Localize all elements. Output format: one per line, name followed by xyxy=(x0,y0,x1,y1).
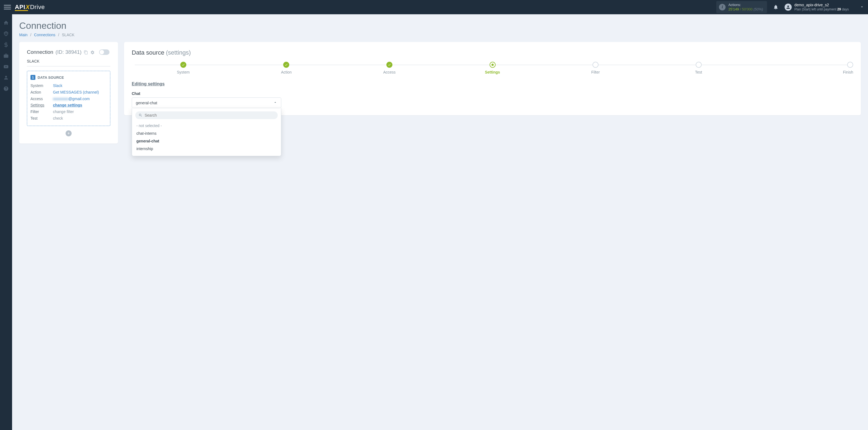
step-label: Finish xyxy=(750,70,853,74)
settings-card: Data source (settings) SystemActionAcces… xyxy=(124,42,861,115)
dropdown-option[interactable]: internship xyxy=(135,145,278,153)
breadcrumb-current: SLACK xyxy=(62,33,75,37)
chat-field-label: Chat xyxy=(132,91,853,96)
step-finish[interactable]: Finish xyxy=(750,62,853,74)
data-source-box[interactable]: 1 DATA SOURCE SystemSlack ActionGet MESS… xyxy=(27,71,110,126)
dollar-icon[interactable] xyxy=(3,42,9,48)
stepper: SystemActionAccessSettingsFilterTestFini… xyxy=(132,62,853,74)
svg-point-2 xyxy=(7,33,8,34)
settings-subtitle: (settings) xyxy=(166,49,191,56)
gear-icon[interactable] xyxy=(90,50,95,54)
connections-icon[interactable] xyxy=(3,31,9,37)
help-icon[interactable] xyxy=(3,86,9,92)
plan-status: Plan |Start| left until payment 29 days xyxy=(795,7,849,12)
sidebar xyxy=(0,14,12,430)
avatar-icon xyxy=(784,4,792,11)
chevron-down-icon[interactable] xyxy=(849,5,864,10)
breadcrumb-connections[interactable]: Connections xyxy=(34,33,56,37)
settings-title: Data source xyxy=(132,49,164,56)
ds-system-link[interactable]: Slack xyxy=(53,83,62,89)
search-icon xyxy=(138,113,143,117)
step-test[interactable]: Test xyxy=(647,62,750,74)
ds-action-link[interactable]: Get MESSAGES (channel) xyxy=(53,89,99,96)
step-system[interactable]: System xyxy=(132,62,235,74)
breadcrumb: Main / Connections / SLACK xyxy=(19,33,861,37)
home-icon[interactable] xyxy=(3,20,9,26)
svg-point-0 xyxy=(5,32,6,32)
bell-icon[interactable] xyxy=(773,4,779,10)
chat-select-value: general-chat xyxy=(136,101,157,105)
dropdown-option[interactable]: chat-interns xyxy=(135,129,278,137)
user-icon[interactable] xyxy=(3,74,9,81)
main-content: Connection Main / Connections / SLACK Co… xyxy=(12,14,868,430)
step-label: System xyxy=(132,70,235,74)
step-label: Test xyxy=(647,70,750,74)
connection-name: SLACK xyxy=(27,59,110,66)
chat-select[interactable]: general-chat xyxy=(132,97,281,108)
step-label: Access xyxy=(338,70,441,74)
user-menu[interactable]: demo_apix-drive_s2 Plan |Start| left unt… xyxy=(784,2,849,12)
actions-label: Actions: xyxy=(728,3,763,7)
step-settings[interactable]: Settings xyxy=(441,62,544,74)
dropdown-option[interactable]: - not selected - xyxy=(135,122,278,129)
chat-dropdown: - not selected -chat-internsgeneral-chat… xyxy=(132,108,281,156)
menu-icon[interactable] xyxy=(4,4,11,11)
breadcrumb-main[interactable]: Main xyxy=(19,33,27,37)
connection-id: (ID: 38941) xyxy=(56,49,82,55)
info-icon: i xyxy=(719,4,725,10)
svg-point-3 xyxy=(5,35,6,36)
data-source-title: DATA SOURCE xyxy=(38,75,64,80)
step-label: Settings xyxy=(441,70,544,74)
step-action[interactable]: Action xyxy=(235,62,338,74)
ds-settings-link[interactable]: change settings xyxy=(53,102,82,109)
dropdown-search[interactable] xyxy=(135,112,278,119)
topbar: APIXDrive i Actions: 25'149 / 50'000 (50… xyxy=(0,0,868,14)
copy-icon[interactable] xyxy=(84,50,88,54)
dropdown-search-input[interactable] xyxy=(145,113,274,118)
dropdown-option[interactable]: general-chat xyxy=(135,137,278,145)
connection-card-title: Connection xyxy=(27,49,53,55)
step-filter[interactable]: Filter xyxy=(544,62,647,74)
step-access[interactable]: Access xyxy=(338,62,441,74)
step-label: Filter xyxy=(544,70,647,74)
section-title: Editing settings xyxy=(132,82,853,87)
connection-toggle[interactable] xyxy=(99,50,110,55)
connection-card: Connection (ID: 38941) SLACK 1 DATA SOUR… xyxy=(19,42,118,144)
ds-test-link[interactable]: check xyxy=(53,115,63,122)
ds-filter-link[interactable]: change filter xyxy=(53,109,74,115)
data-source-badge: 1 xyxy=(30,75,35,80)
chevron-up-icon xyxy=(273,100,277,105)
svg-point-1 xyxy=(4,33,5,34)
step-label: Action xyxy=(235,70,338,74)
youtube-icon[interactable] xyxy=(3,64,9,70)
page-title: Connection xyxy=(19,20,861,31)
actions-counter[interactable]: i Actions: 25'149 / 50'000 (50%) xyxy=(716,1,767,13)
add-button[interactable]: + xyxy=(66,130,72,136)
ds-access-link[interactable]: xxxxxxxx@gmail.com xyxy=(53,96,90,102)
logo[interactable]: APIXDrive xyxy=(15,4,45,11)
briefcase-icon[interactable] xyxy=(3,53,9,59)
username: demo_apix-drive_s2 xyxy=(795,2,849,7)
